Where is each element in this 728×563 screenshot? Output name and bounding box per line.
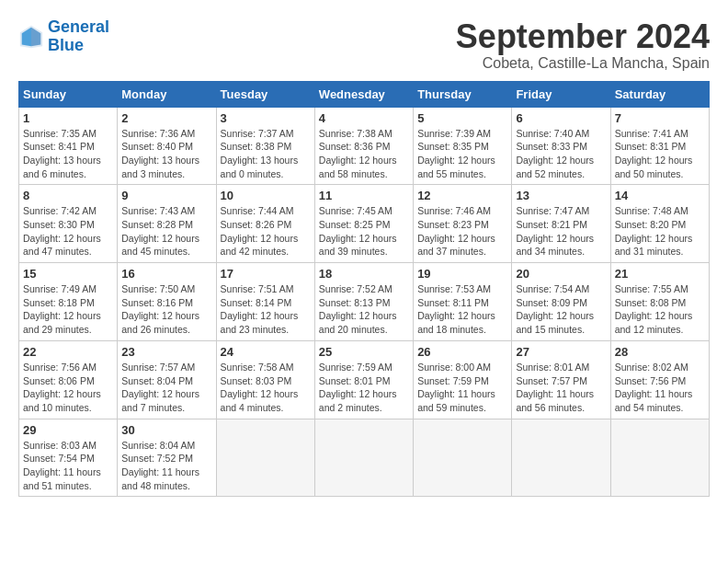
day-cell: 2Sunrise: 7:36 AM Sunset: 8:40 PM Daylig…: [118, 107, 216, 185]
week-row-3: 15Sunrise: 7:49 AM Sunset: 8:18 PM Dayli…: [19, 263, 710, 341]
day-cell: 9Sunrise: 7:43 AM Sunset: 8:28 PM Daylig…: [118, 185, 216, 263]
day-cell: 24Sunrise: 7:58 AM Sunset: 8:03 PM Dayli…: [216, 340, 314, 419]
day-cell: 7Sunrise: 7:41 AM Sunset: 8:31 PM Daylig…: [610, 107, 709, 185]
day-number: 22: [23, 345, 113, 359]
day-info: Sunrise: 7:59 AM Sunset: 8:01 PM Dayligh…: [319, 361, 409, 415]
day-info: Sunrise: 7:56 AM Sunset: 8:06 PM Dayligh…: [23, 361, 113, 415]
day-info: Sunrise: 7:36 AM Sunset: 8:40 PM Dayligh…: [121, 127, 211, 181]
day-info: Sunrise: 8:04 AM Sunset: 7:52 PM Dayligh…: [121, 439, 211, 493]
day-number: 27: [516, 345, 606, 359]
title-block: September 2024 Cobeta, Castille-La Manch…: [456, 18, 710, 72]
day-number: 7: [615, 111, 705, 125]
week-row-4: 22Sunrise: 7:56 AM Sunset: 8:06 PM Dayli…: [19, 340, 710, 419]
day-cell: 30Sunrise: 8:04 AM Sunset: 7:52 PM Dayli…: [118, 419, 216, 497]
day-cell: 25Sunrise: 7:59 AM Sunset: 8:01 PM Dayli…: [314, 340, 413, 419]
week-row-2: 8Sunrise: 7:42 AM Sunset: 8:30 PM Daylig…: [19, 185, 710, 263]
day-info: Sunrise: 7:49 AM Sunset: 8:18 PM Dayligh…: [23, 282, 113, 337]
header-tuesday: Tuesday: [216, 81, 314, 107]
day-number: 24: [221, 345, 311, 359]
header-wednesday: Wednesday: [314, 81, 413, 107]
logo-line1: General: [48, 17, 109, 36]
day-info: Sunrise: 7:52 AM Sunset: 8:13 PM Dayligh…: [319, 282, 409, 337]
week-row-5: 29Sunrise: 8:03 AM Sunset: 7:54 PM Dayli…: [19, 419, 710, 497]
week-row-1: 1Sunrise: 7:35 AM Sunset: 8:41 PM Daylig…: [19, 107, 710, 185]
day-number: 10: [221, 189, 311, 202]
day-cell: 3Sunrise: 7:37 AM Sunset: 8:38 PM Daylig…: [216, 107, 314, 185]
day-cell: 5Sunrise: 7:39 AM Sunset: 8:35 PM Daylig…: [414, 107, 512, 185]
day-info: Sunrise: 7:51 AM Sunset: 8:14 PM Dayligh…: [221, 282, 311, 337]
day-info: Sunrise: 7:45 AM Sunset: 8:25 PM Dayligh…: [319, 204, 409, 259]
day-cell: 8Sunrise: 7:42 AM Sunset: 8:30 PM Daylig…: [19, 185, 118, 263]
day-number: 14: [615, 189, 705, 202]
day-cell: 29Sunrise: 8:03 AM Sunset: 7:54 PM Dayli…: [19, 419, 118, 497]
day-number: 9: [121, 189, 211, 202]
day-number: 29: [23, 423, 113, 437]
header-row: SundayMondayTuesdayWednesdayThursdayFrid…: [19, 81, 710, 107]
day-info: Sunrise: 7:46 AM Sunset: 8:23 PM Dayligh…: [417, 204, 507, 259]
day-number: 19: [417, 267, 507, 281]
day-info: Sunrise: 8:00 AM Sunset: 7:59 PM Dayligh…: [417, 361, 507, 415]
day-cell: 12Sunrise: 7:46 AM Sunset: 8:23 PM Dayli…: [414, 185, 512, 263]
day-info: Sunrise: 7:54 AM Sunset: 8:09 PM Dayligh…: [516, 282, 606, 337]
day-cell: 14Sunrise: 7:48 AM Sunset: 8:20 PM Dayli…: [610, 185, 709, 263]
logo: General Blue: [18, 18, 109, 55]
day-info: Sunrise: 7:41 AM Sunset: 8:31 PM Dayligh…: [615, 127, 705, 181]
day-number: 1: [23, 111, 113, 125]
calendar-body: 1Sunrise: 7:35 AM Sunset: 8:41 PM Daylig…: [19, 107, 710, 497]
day-number: 25: [319, 345, 409, 359]
day-cell: 10Sunrise: 7:44 AM Sunset: 8:26 PM Dayli…: [216, 185, 314, 263]
day-info: Sunrise: 7:35 AM Sunset: 8:41 PM Dayligh…: [23, 127, 113, 181]
day-info: Sunrise: 8:03 AM Sunset: 7:54 PM Dayligh…: [23, 439, 113, 493]
day-number: 21: [615, 267, 705, 281]
day-number: 16: [121, 267, 211, 281]
day-info: Sunrise: 7:39 AM Sunset: 8:35 PM Dayligh…: [417, 127, 507, 181]
day-cell: [314, 419, 413, 497]
day-cell: [414, 419, 512, 497]
header-monday: Monday: [118, 81, 216, 107]
day-cell: 28Sunrise: 8:02 AM Sunset: 7:56 PM Dayli…: [610, 340, 709, 419]
day-number: 4: [319, 111, 409, 125]
day-cell: 13Sunrise: 7:47 AM Sunset: 8:21 PM Dayli…: [512, 185, 610, 263]
day-info: Sunrise: 7:37 AM Sunset: 8:38 PM Dayligh…: [221, 127, 311, 181]
day-number: 6: [516, 111, 606, 125]
day-info: Sunrise: 7:57 AM Sunset: 8:04 PM Dayligh…: [121, 361, 211, 415]
day-cell: 6Sunrise: 7:40 AM Sunset: 8:33 PM Daylig…: [512, 107, 610, 185]
logo-line2: Blue: [48, 36, 84, 54]
day-number: 20: [516, 267, 606, 281]
day-info: Sunrise: 7:47 AM Sunset: 8:21 PM Dayligh…: [516, 204, 606, 259]
day-cell: 21Sunrise: 7:55 AM Sunset: 8:08 PM Dayli…: [610, 263, 709, 341]
day-info: Sunrise: 7:42 AM Sunset: 8:30 PM Dayligh…: [23, 204, 113, 259]
day-info: Sunrise: 7:44 AM Sunset: 8:26 PM Dayligh…: [221, 204, 311, 259]
day-info: Sunrise: 7:48 AM Sunset: 8:20 PM Dayligh…: [615, 204, 705, 259]
logo-icon: [18, 24, 44, 50]
day-cell: 18Sunrise: 7:52 AM Sunset: 8:13 PM Dayli…: [314, 263, 413, 341]
day-cell: 11Sunrise: 7:45 AM Sunset: 8:25 PM Dayli…: [314, 185, 413, 263]
day-cell: 22Sunrise: 7:56 AM Sunset: 8:06 PM Dayli…: [19, 340, 118, 419]
day-number: 18: [319, 267, 409, 281]
day-info: Sunrise: 7:53 AM Sunset: 8:11 PM Dayligh…: [417, 282, 507, 337]
calendar-header: SundayMondayTuesdayWednesdayThursdayFrid…: [19, 81, 710, 107]
day-cell: 1Sunrise: 7:35 AM Sunset: 8:41 PM Daylig…: [19, 107, 118, 185]
month-title: September 2024: [456, 18, 710, 55]
day-number: 13: [516, 189, 606, 202]
day-info: Sunrise: 7:43 AM Sunset: 8:28 PM Dayligh…: [121, 204, 211, 259]
day-number: 26: [417, 345, 507, 359]
day-cell: 27Sunrise: 8:01 AM Sunset: 7:57 PM Dayli…: [512, 340, 610, 419]
day-cell: 4Sunrise: 7:38 AM Sunset: 8:36 PM Daylig…: [314, 107, 413, 185]
day-number: 23: [121, 345, 211, 359]
day-number: 2: [121, 111, 211, 125]
day-info: Sunrise: 7:50 AM Sunset: 8:16 PM Dayligh…: [121, 282, 211, 337]
day-cell: 16Sunrise: 7:50 AM Sunset: 8:16 PM Dayli…: [118, 263, 216, 341]
day-number: 15: [23, 267, 113, 281]
day-cell: 26Sunrise: 8:00 AM Sunset: 7:59 PM Dayli…: [414, 340, 512, 419]
day-info: Sunrise: 7:38 AM Sunset: 8:36 PM Dayligh…: [319, 127, 409, 181]
day-number: 3: [221, 111, 311, 125]
day-info: Sunrise: 7:40 AM Sunset: 8:33 PM Dayligh…: [516, 127, 606, 181]
day-cell: 15Sunrise: 7:49 AM Sunset: 8:18 PM Dayli…: [19, 263, 118, 341]
day-cell: 23Sunrise: 7:57 AM Sunset: 8:04 PM Dayli…: [118, 340, 216, 419]
location: Cobeta, Castille-La Mancha, Spain: [456, 55, 710, 72]
day-number: 5: [417, 111, 507, 125]
day-number: 12: [417, 189, 507, 202]
day-number: 30: [121, 423, 211, 437]
day-cell: 19Sunrise: 7:53 AM Sunset: 8:11 PM Dayli…: [414, 263, 512, 341]
